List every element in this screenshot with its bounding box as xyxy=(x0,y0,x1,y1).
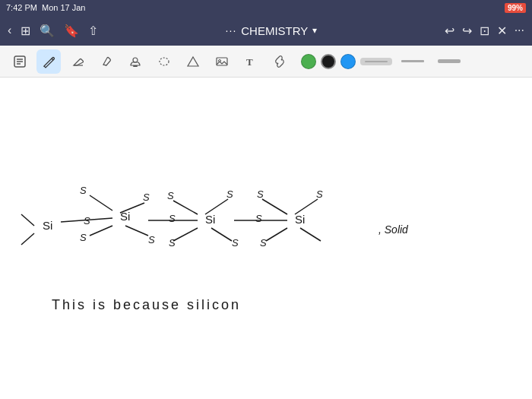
svg-text:S: S xyxy=(169,213,176,224)
svg-text:S: S xyxy=(84,215,90,226)
date-display: Mon 17 Jan xyxy=(42,3,85,12)
image-tool[interactable] xyxy=(210,49,234,74)
status-right: 99% xyxy=(505,3,526,13)
si-group-3: Si S S S S S xyxy=(148,188,239,249)
svg-line-29 xyxy=(173,201,198,214)
highlighter-tool[interactable] xyxy=(94,49,119,74)
svg-line-41 xyxy=(295,199,318,214)
svg-text:S: S xyxy=(316,188,323,200)
svg-text:T: T xyxy=(246,56,253,68)
undo-icon[interactable]: ↩ xyxy=(445,24,454,38)
battery-icon: 99% xyxy=(505,3,526,13)
drawing-canvas: Si Si S S S S S Si xyxy=(0,78,532,399)
svg-line-21 xyxy=(125,226,148,236)
back-icon[interactable]: ‹ xyxy=(8,24,11,37)
svg-marker-10 xyxy=(188,57,198,66)
svg-rect-8 xyxy=(133,65,138,67)
time-display: 7:42 PM xyxy=(6,3,37,12)
svg-line-15 xyxy=(21,214,34,226)
eraser-tool[interactable] xyxy=(65,49,90,74)
svg-point-7 xyxy=(133,58,138,62)
si-group-4: Si S S S S xyxy=(234,188,323,249)
svg-text:Si: Si xyxy=(43,219,52,232)
svg-text:S: S xyxy=(255,213,262,224)
bookmark-icon[interactable]: 🔖 xyxy=(64,24,79,38)
pen-tool[interactable] xyxy=(36,49,61,74)
svg-text:S: S xyxy=(260,237,267,249)
svg-line-4 xyxy=(52,59,53,60)
si-group-2: Si S S S S S xyxy=(61,185,155,245)
svg-line-31 xyxy=(173,228,198,241)
thickness-thick[interactable] xyxy=(433,56,465,66)
toolbar-left-icons: ‹ ⊞ 🔍 🔖 ⇧ xyxy=(8,24,98,38)
thickness-mid[interactable] xyxy=(397,57,429,65)
svg-point-9 xyxy=(160,58,169,65)
toolbar-top: ‹ ⊞ 🔍 🔖 ⇧ ··· CHEMISTRY ▾ ↩ ↪ ⊡ ✕ ··· xyxy=(0,15,532,46)
toolbar-center: ··· CHEMISTRY ▾ xyxy=(106,24,436,37)
svg-text:S: S xyxy=(167,190,174,201)
document-title: CHEMISTRY xyxy=(241,24,308,37)
save-icon[interactable]: ⊡ xyxy=(480,24,489,38)
svg-line-42 xyxy=(266,228,287,241)
color-green[interactable] xyxy=(301,54,316,69)
svg-line-16 xyxy=(21,233,34,245)
svg-line-40 xyxy=(262,199,287,214)
canvas-area[interactable]: Si Si S S S S S Si xyxy=(0,78,532,399)
link-tool[interactable] xyxy=(268,49,292,74)
si-group-1: Si xyxy=(21,214,52,245)
lasso-tool[interactable] xyxy=(152,49,176,74)
stamp-tool[interactable] xyxy=(123,49,147,74)
color-black[interactable] xyxy=(321,54,336,69)
shape-tool[interactable] xyxy=(181,49,205,74)
svg-text:Si: Si xyxy=(295,213,305,226)
thickness-thin[interactable] xyxy=(360,58,392,65)
svg-line-43 xyxy=(300,228,321,241)
svg-line-18 xyxy=(90,195,112,211)
svg-line-32 xyxy=(211,228,232,241)
color-blue[interactable] xyxy=(340,54,356,69)
share-icon[interactable]: ⇧ xyxy=(88,24,98,38)
svg-text:S: S xyxy=(80,185,87,196)
status-bar: 7:42 PM Mon 17 Jan 99% xyxy=(0,0,532,15)
svg-line-6 xyxy=(103,65,106,65)
svg-text:S: S xyxy=(143,192,150,203)
toolbar-right-icons: ↩ ↪ ⊡ ✕ ··· xyxy=(445,24,524,38)
close-icon[interactable]: ✕ xyxy=(497,24,507,38)
svg-text:S: S xyxy=(257,188,264,200)
text-tool[interactable]: T xyxy=(239,49,263,74)
more-icon[interactable]: ··· xyxy=(515,24,524,37)
svg-text:This   is   because   silicon: This is because silicon xyxy=(52,297,241,312)
move-tool[interactable] xyxy=(8,49,32,74)
svg-line-20 xyxy=(90,226,112,236)
redo-icon[interactable]: ↪ xyxy=(462,24,472,38)
svg-text:S: S xyxy=(169,237,176,249)
title-chevron-icon[interactable]: ▾ xyxy=(312,25,317,36)
search-icon[interactable]: 🔍 xyxy=(40,24,55,38)
status-left: 7:42 PM Mon 17 Jan xyxy=(6,3,85,12)
svg-text:S: S xyxy=(226,188,233,200)
svg-line-30 xyxy=(205,199,228,214)
svg-text:S: S xyxy=(80,232,87,243)
menu-dots[interactable]: ··· xyxy=(226,24,237,36)
drawing-toolbar: T xyxy=(0,46,532,78)
grid-icon[interactable]: ⊞ xyxy=(21,24,30,38)
svg-text:S: S xyxy=(232,237,239,249)
svg-text:S: S xyxy=(148,234,155,245)
svg-line-19 xyxy=(120,203,144,213)
svg-text:Si: Si xyxy=(205,213,215,226)
svg-text:, Solid: , Solid xyxy=(378,223,409,236)
